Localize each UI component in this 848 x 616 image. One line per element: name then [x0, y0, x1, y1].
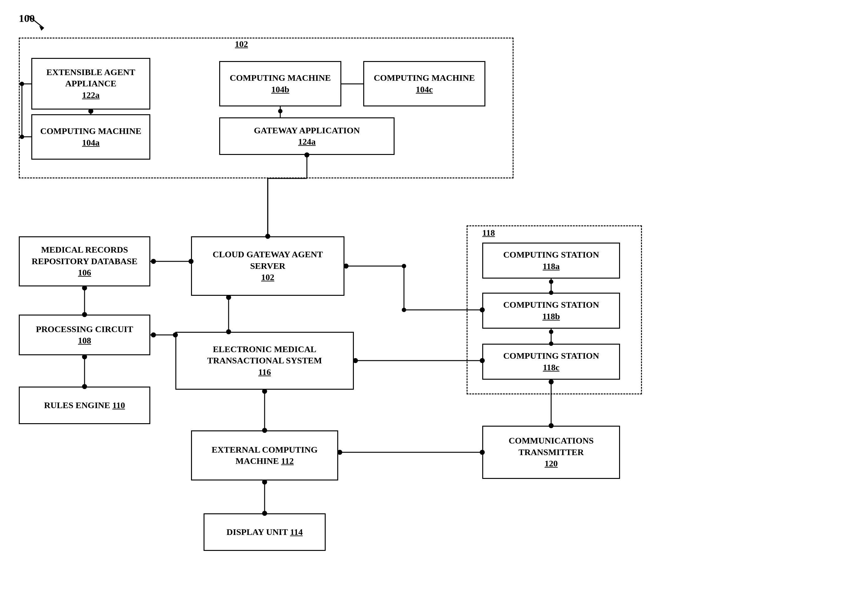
region-label-118: 118 — [482, 228, 495, 238]
svg-line-0 — [28, 16, 44, 28]
communications-transmitter-ref: 120 — [544, 458, 558, 469]
computing-station-118b-box: COMPUTING STATION 118b — [482, 293, 620, 329]
svg-point-36 — [402, 308, 406, 312]
computing-station-118a-box: COMPUTING STATION 118a — [482, 243, 620, 278]
display-unit-box: DISPLAY UNIT 114 — [203, 513, 326, 551]
svg-point-26 — [151, 332, 156, 338]
computing-machine-104c-label: COMPUTING MACHINE — [374, 72, 475, 84]
diagram: 100 102 118 EXTENSIBLE AGENT APPLIANCE 1… — [0, 0, 848, 616]
computing-station-118c-box: COMPUTING STATION 118c — [482, 344, 620, 380]
electronic-medical-ref: 116 — [258, 367, 271, 378]
medical-records-box: MEDICAL RECORDSREPOSITORY DATABASE 106 — [19, 236, 150, 286]
extensible-agent-appliance-box: EXTENSIBLE AGENT APPLIANCE 122a — [31, 58, 150, 110]
computing-machine-104c-box: COMPUTING MACHINE 104c — [363, 61, 485, 107]
computing-station-118a-ref: 118a — [543, 261, 560, 272]
electronic-medical-box: ELECTRONIC MEDICALTRANSACTIONAL SYSTEM 1… — [175, 332, 354, 390]
computing-station-118b-label: COMPUTING STATION — [503, 299, 599, 311]
extensible-agent-ref: 122a — [82, 89, 99, 101]
figure-arrow-icon — [19, 12, 56, 31]
rules-engine-box: RULES ENGINE 110 — [19, 386, 150, 424]
processing-circuit-label: PROCESSING CIRCUIT — [36, 324, 133, 335]
computing-machine-104a-ref: 104a — [82, 137, 99, 148]
computing-station-118b-ref: 118b — [543, 311, 560, 322]
processing-circuit-ref: 108 — [78, 335, 91, 346]
computing-machine-104b-ref: 104b — [271, 84, 289, 95]
external-computing-label: EXTERNAL COMPUTINGMACHINE 112 — [212, 444, 317, 467]
medical-records-label: MEDICAL RECORDSREPOSITORY DATABASE — [32, 244, 138, 267]
cloud-gateway-box: CLOUD GATEWAY AGENTSERVER 102 — [191, 236, 344, 296]
region-label-102: 102 — [235, 39, 248, 49]
computing-station-118a-label: COMPUTING STATION — [503, 249, 599, 261]
cloud-gateway-ref: 102 — [261, 272, 274, 283]
communications-transmitter-box: COMMUNICATIONSTRANSMITTER 120 — [482, 426, 620, 479]
svg-point-23 — [151, 259, 156, 264]
computing-machine-104b-box: COMPUTING MACHINE 104b — [219, 61, 341, 107]
gateway-application-box: GATEWAY APPLICATION 124a — [219, 117, 394, 155]
computing-machine-104a-label: COMPUTING MACHINE — [40, 126, 142, 137]
medical-records-ref: 106 — [78, 267, 91, 278]
display-unit-label: DISPLAY UNIT 114 — [227, 527, 302, 538]
communications-transmitter-label: COMMUNICATIONSTRANSMITTER — [509, 435, 594, 458]
svg-point-35 — [402, 264, 406, 268]
processing-circuit-box: PROCESSING CIRCUIT 108 — [19, 315, 150, 355]
gateway-application-ref: 124a — [298, 136, 316, 147]
extensible-agent-label: EXTENSIBLE AGENT APPLIANCE — [36, 67, 146, 89]
rules-engine-label: RULES ENGINE 110 — [44, 400, 125, 411]
computing-machine-104a-box: COMPUTING MACHINE 104a — [31, 114, 150, 160]
cloud-gateway-label: CLOUD GATEWAY AGENTSERVER — [213, 249, 323, 272]
external-computing-box: EXTERNAL COMPUTINGMACHINE 112 — [191, 430, 338, 480]
computing-station-118c-label: COMPUTING STATION — [503, 350, 599, 361]
computing-machine-104c-ref: 104c — [416, 84, 433, 95]
gateway-application-label: GATEWAY APPLICATION — [254, 125, 360, 136]
computing-station-118c-ref: 118c — [543, 362, 560, 373]
electronic-medical-label: ELECTRONIC MEDICALTRANSACTIONAL SYSTEM — [207, 344, 322, 367]
computing-machine-104b-label: COMPUTING MACHINE — [230, 72, 331, 84]
